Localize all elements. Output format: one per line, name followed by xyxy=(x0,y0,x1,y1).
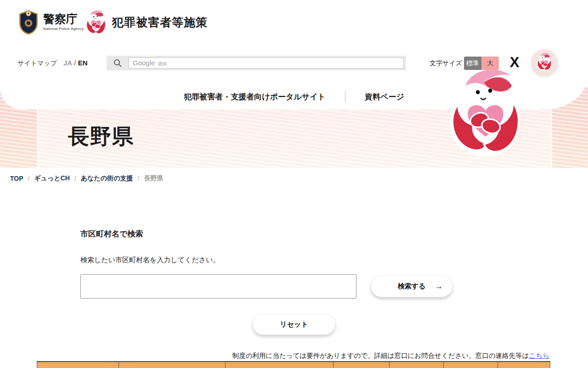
agency-subtitle: National Police Agency xyxy=(43,27,84,31)
breadcrumb-city-support[interactable]: あなたの街の支援 xyxy=(81,174,133,183)
breadcrumb-gyutto-ch[interactable]: ギュっとCH xyxy=(34,174,70,183)
lang-en[interactable]: EN xyxy=(78,59,88,67)
breadcrumb-separator: / xyxy=(28,175,30,182)
support-table-header xyxy=(37,361,550,368)
police-emblem-icon xyxy=(17,9,40,35)
table-header-cell xyxy=(119,362,226,368)
font-size-label: 文字サイズ xyxy=(430,59,462,68)
search-icon xyxy=(113,58,122,68)
nav-divider xyxy=(345,91,345,103)
reset-button-label: リセット xyxy=(280,320,308,329)
mascot-logo-icon xyxy=(83,10,109,37)
breadcrumb-top[interactable]: TOP xyxy=(10,175,23,182)
mascot-avatar-icon xyxy=(535,53,554,72)
site-search-bar: Google 提供 xyxy=(107,56,406,70)
city-search-input[interactable] xyxy=(80,274,356,299)
nav-portal-link[interactable]: 犯罪被害者・支援者向けポータルサイト xyxy=(184,92,326,102)
font-size-large-button[interactable]: 大 xyxy=(481,57,499,70)
breadcrumb-current: 長野県 xyxy=(144,174,163,183)
usage-notice: 制度の利用に当たっては要件がありますので、詳細は窓口にお問合せください。窓口の連… xyxy=(232,351,549,360)
arrow-right-icon: → xyxy=(435,282,443,291)
table-header-cell xyxy=(498,362,550,368)
x-social-icon[interactable]: X xyxy=(507,54,522,71)
site-header: 警察庁 National Police Agency 犯罪被害者等施策 サイトマ… xyxy=(0,0,588,109)
section-heading: 市区町村名で検索 xyxy=(80,229,143,239)
table-header-cell xyxy=(334,362,390,368)
agency-name-block: 警察庁 National Police Agency xyxy=(43,13,84,31)
search-input-box: Google 提供 xyxy=(129,58,403,69)
kochira-link[interactable]: こちら xyxy=(529,352,549,359)
font-size-standard-button[interactable]: 標準 xyxy=(464,57,481,70)
table-header-cell xyxy=(390,362,444,368)
lang-ja[interactable]: JA xyxy=(63,59,72,67)
search-input[interactable] xyxy=(129,58,403,68)
page-title: 長野県 xyxy=(68,122,134,151)
search-submit-button[interactable]: 検索する → xyxy=(371,276,452,297)
nav-docs-link[interactable]: 資料ページ xyxy=(365,92,404,102)
agency-brand[interactable]: 警察庁 National Police Agency xyxy=(17,9,84,35)
usage-notice-text: 制度の利用に当たっては要件がありますので、詳細は窓口にお問合せください。窓口の連… xyxy=(232,352,529,359)
language-switcher[interactable]: JA / EN xyxy=(63,59,88,67)
breadcrumb-separator: / xyxy=(74,175,76,182)
sitemap-link[interactable]: サイトマップ xyxy=(17,59,57,68)
main-nav: 犯罪被害者・支援者向けポータルサイト 資料ページ xyxy=(0,87,588,106)
section-description: 検索したい市区町村名を入力してください。 xyxy=(80,256,220,264)
site-title[interactable]: 犯罪被害者等施策 xyxy=(112,15,208,30)
table-header-cell xyxy=(37,362,119,368)
table-header-cell xyxy=(444,362,498,368)
breadcrumb: TOP / ギュっとCH / あなたの街の支援 / 長野県 xyxy=(10,174,163,183)
agency-name: 警察庁 xyxy=(43,13,84,26)
lang-separator: / xyxy=(74,59,76,67)
breadcrumb-separator: / xyxy=(138,175,140,182)
search-button-label: 検索する xyxy=(398,282,426,291)
mascot-avatar-button[interactable] xyxy=(531,49,558,76)
table-header-cell xyxy=(226,362,334,368)
reset-button[interactable]: リセット xyxy=(253,314,335,335)
